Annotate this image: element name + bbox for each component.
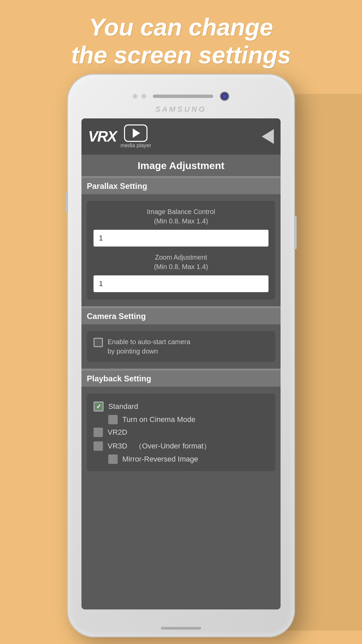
auto-start-checkbox[interactable] [94, 338, 103, 347]
parallax-title: Parallax Setting [87, 181, 147, 191]
app-header-bar: VRX media player [81, 118, 281, 155]
vrx-logo-text: VRX [88, 128, 116, 145]
standard-label: Standard [108, 402, 138, 411]
page-title-bar: Image Adjustment [81, 155, 281, 176]
playback-settings-box: Standard Turn on Cinema Mode VR2D VR3D （… [87, 393, 275, 471]
phone-sensors [133, 94, 146, 99]
image-balance-label: Image Balance Control (Min 0.8, Max 1.4) [94, 207, 268, 226]
playback-title: Playback Setting [87, 374, 151, 383]
vr2d-option: VR2D [94, 426, 268, 439]
mirror-checkbox[interactable] [108, 454, 118, 464]
front-camera [220, 92, 229, 101]
media-player-label: media player [120, 143, 151, 149]
auto-start-label: Enable to auto-start cameraby pointing d… [108, 337, 190, 356]
volume-button [65, 192, 68, 212]
standard-checkbox[interactable] [94, 401, 104, 412]
power-button [294, 216, 297, 249]
header-title: You can change the screen settings [0, 13, 362, 69]
samsung-brand-text: SAMSUNG [155, 105, 206, 114]
home-indicator [161, 627, 201, 630]
vr3d-checkbox[interactable] [94, 441, 103, 451]
vrx-logo: VRX media player [88, 124, 151, 149]
sensor-dot-1 [133, 94, 137, 99]
image-balance-input[interactable] [94, 230, 268, 247]
zoom-label: Zoom Adjustment (Min 0.8, Max 1.4) [94, 253, 268, 271]
parallax-settings-box: Image Balance Control (Min 0.8, Max 1.4)… [87, 201, 275, 300]
parallax-section-header: Parallax Setting [81, 178, 281, 194]
header-line1: You can change [89, 14, 273, 41]
mirror-label: Mirror-Reversed Image [122, 455, 198, 464]
zoom-input[interactable] [94, 275, 268, 292]
camera-settings-area: Enable to auto-start cameraby pointing d… [81, 324, 281, 369]
vr3d-option: VR3D （Over-Under format） [94, 439, 268, 453]
play-triangle-icon [133, 128, 140, 138]
back-button[interactable] [262, 129, 274, 144]
vr2d-checkbox[interactable] [94, 428, 103, 437]
play-icon-box [124, 124, 147, 142]
cinema-mode-label: Turn on Cinema Mode [122, 415, 195, 424]
cinema-mode-checkbox[interactable] [108, 415, 118, 424]
vr3d-label: VR3D （Over-Under format） [108, 441, 211, 451]
parallax-settings-area: Image Balance Control (Min 0.8, Max 1.4)… [81, 194, 281, 306]
phone-speaker [153, 95, 213, 98]
sensor-dot-2 [141, 94, 146, 99]
auto-start-option: Enable to auto-start cameraby pointing d… [94, 337, 268, 356]
camera-title: Camera Setting [87, 312, 146, 321]
standard-option: Standard [94, 399, 268, 414]
cinema-mode-option: Turn on Cinema Mode [94, 414, 268, 426]
header-section: You can change the screen settings [0, 0, 362, 79]
camera-settings-box: Enable to auto-start cameraby pointing d… [87, 331, 275, 362]
mirror-option: Mirror-Reversed Image [94, 453, 268, 465]
header-line2: the screen settings [71, 42, 291, 68]
phone-mockup: SAMSUNG VRX media player Image Adjustmen… [67, 74, 295, 637]
playback-settings-area: Standard Turn on Cinema Mode VR2D VR3D （… [81, 387, 281, 478]
phone-screen: VRX media player Image Adjustment Parall… [81, 118, 281, 609]
phone-top-bar [68, 92, 294, 101]
camera-section-header: Camera Setting [81, 308, 281, 324]
playback-section-header: Playback Setting [81, 371, 281, 387]
vr2d-label: VR2D [108, 428, 127, 437]
page-title: Image Adjustment [138, 160, 225, 171]
media-player-icon: media player [120, 124, 151, 149]
